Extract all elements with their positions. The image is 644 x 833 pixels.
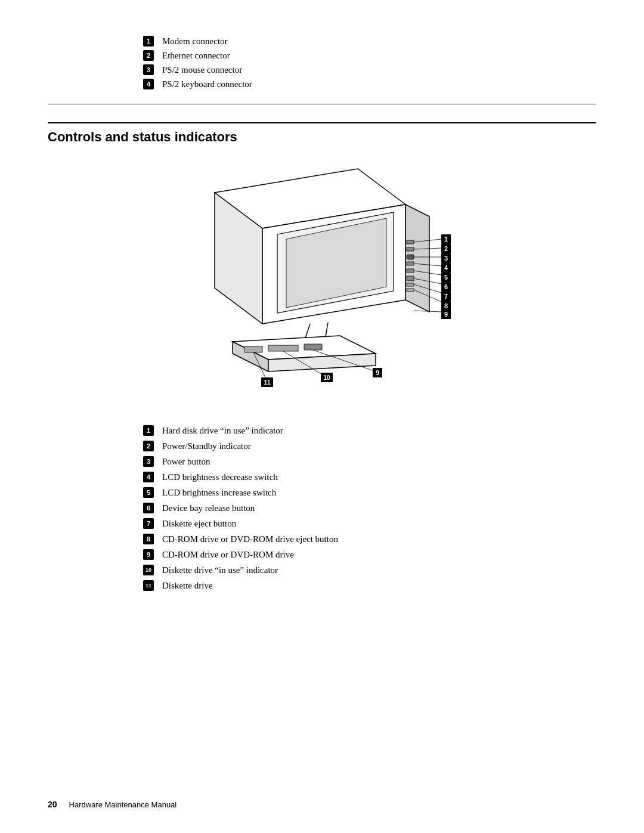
svg-text:6: 6 (444, 283, 448, 290)
svg-rect-17 (407, 283, 414, 286)
item-label: Ethernet connector (162, 51, 230, 61)
section-title: Controls and status indicators (48, 129, 596, 145)
item-badge: 8 (143, 534, 154, 544)
item-label: Modem connector (162, 36, 228, 47)
svg-rect-11 (407, 240, 414, 244)
svg-text:10: 10 (323, 374, 330, 381)
list-item: 1 Modem connector (143, 36, 596, 47)
svg-rect-18 (407, 289, 414, 292)
item-label: CD-ROM drive or DVD-ROM drive eject butt… (162, 534, 338, 544)
list-item: 9 CD-ROM drive or DVD-ROM drive (143, 549, 596, 560)
item-badge: 11 (143, 580, 154, 591)
item-label: PS/2 keyboard connector (162, 79, 252, 89)
svg-rect-15 (407, 269, 414, 272)
list-item: 2 Power/Standby indicator (143, 441, 596, 451)
list-item: 11 Diskette drive (143, 580, 596, 591)
svg-text:1: 1 (444, 236, 448, 243)
svg-rect-12 (407, 247, 414, 251)
list-item: 6 Device bay release button (143, 503, 596, 513)
item-label: CD-ROM drive or DVD-ROM drive (162, 550, 294, 560)
list-item: 5 LCD brightness increase switch (143, 487, 596, 498)
footer-title: Hardware Maintenance Manual (69, 800, 177, 809)
item-badge: 3 (143, 64, 154, 75)
bottom-indicator-list: 1 Hard disk drive “in use” indicator 2 P… (143, 425, 596, 591)
svg-rect-16 (407, 276, 414, 281)
svg-text:4: 4 (444, 264, 448, 271)
section-divider (48, 104, 596, 104)
svg-text:3: 3 (444, 255, 448, 262)
item-label: Diskette drive “in use” indicator (162, 565, 278, 575)
list-item: 2 Ethernet connector (143, 50, 596, 61)
list-item: 4 LCD brightness decrease switch (143, 472, 596, 482)
list-item: 8 CD-ROM drive or DVD-ROM drive eject bu… (143, 534, 596, 544)
item-badge: 2 (143, 441, 154, 451)
item-label: Hard disk drive “in use” indicator (162, 426, 283, 436)
list-item: 7 Diskette eject button (143, 518, 596, 529)
svg-rect-13 (407, 255, 414, 259)
item-badge: 1 (143, 425, 154, 436)
item-badge: 5 (143, 487, 154, 498)
item-label: Power button (162, 457, 210, 467)
svg-text:9: 9 (444, 311, 448, 318)
list-item: 3 PS/2 mouse connector (143, 64, 596, 75)
page-number: 20 (48, 800, 57, 809)
list-item: 10 Diskette drive “in use” indicator (143, 565, 596, 575)
svg-text:8: 8 (444, 302, 448, 309)
item-badge: 4 (143, 79, 154, 89)
item-badge: 1 (143, 36, 154, 47)
section-header: Controls and status indicators (48, 122, 596, 145)
svg-rect-14 (407, 262, 414, 265)
svg-text:5: 5 (444, 274, 448, 281)
list-item: 4 PS/2 keyboard connector (143, 79, 596, 89)
svg-rect-44 (268, 345, 298, 351)
item-label: Diskette eject button (162, 519, 236, 529)
item-badge: 10 (143, 565, 154, 575)
item-label: LCD brightness increase switch (162, 488, 276, 498)
item-label: Power/Standby indicator (162, 441, 251, 451)
svg-text:7: 7 (444, 293, 448, 300)
diagram-container: 1 2 3 4 5 6 7 8 9 10 (48, 157, 596, 407)
svg-text:2: 2 (444, 245, 448, 252)
svg-text:9: 9 (376, 369, 379, 376)
svg-rect-45 (304, 344, 322, 350)
top-connector-list: 1 Modem connector 2 Ethernet connector 3… (143, 36, 596, 89)
list-item: 3 Power button (143, 456, 596, 467)
svg-text:11: 11 (264, 379, 271, 386)
item-label: Device bay release button (162, 503, 255, 513)
item-badge: 6 (143, 503, 154, 513)
item-label: LCD brightness decrease switch (162, 472, 278, 482)
item-badge: 3 (143, 456, 154, 467)
computer-diagram: 1 2 3 4 5 6 7 8 9 10 (149, 157, 495, 407)
list-item: 1 Hard disk drive “in use” indicator (143, 425, 596, 436)
item-badge: 4 (143, 472, 154, 482)
page-footer: 20 Hardware Maintenance Manual (48, 800, 596, 809)
item-label: PS/2 mouse connector (162, 65, 242, 75)
item-badge: 9 (143, 549, 154, 560)
svg-rect-43 (244, 346, 262, 352)
item-label: Diskette drive (162, 581, 213, 591)
item-badge: 2 (143, 50, 154, 61)
item-badge: 7 (143, 518, 154, 529)
